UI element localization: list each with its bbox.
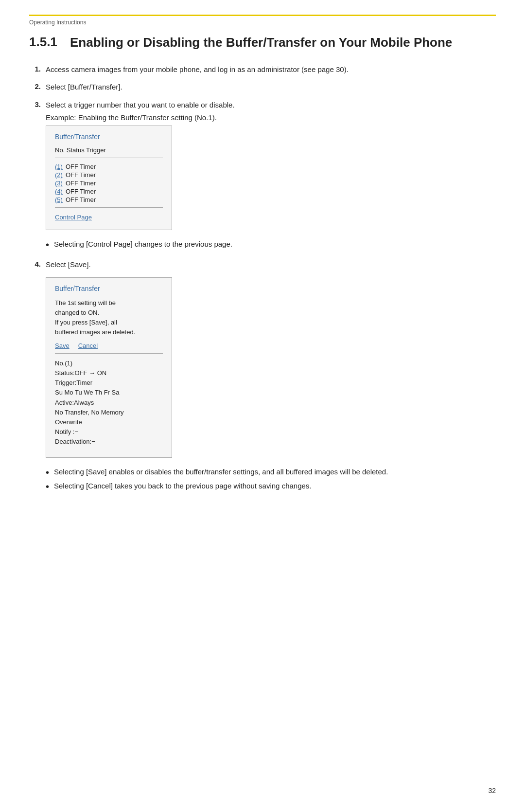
ui-box1-title[interactable]: Buffer/Transfer bbox=[55, 133, 163, 141]
top-rule bbox=[29, 15, 496, 16]
step-4-text: Select [Save]. bbox=[46, 259, 496, 271]
ui-box1-text-1: OFF Timer bbox=[66, 163, 96, 170]
ui-box1-text-2: OFF Timer bbox=[66, 171, 96, 179]
bullet-final-text-2: Selecting [Cancel] takes you back to the… bbox=[54, 481, 312, 492]
cancel-link[interactable]: Cancel bbox=[78, 342, 98, 349]
ui-box1-text-4: OFF Timer bbox=[66, 188, 96, 195]
bullet-final-2: • Selecting [Cancel] takes you back to t… bbox=[46, 481, 496, 492]
ui-box1-row-1: (1) OFF Timer bbox=[55, 163, 163, 170]
ui-box1-link-3[interactable]: (3) bbox=[55, 180, 63, 187]
ui-box1-link-4[interactable]: (4) bbox=[55, 188, 63, 195]
ui-box2-actions: Save Cancel bbox=[55, 342, 163, 349]
ui-box1-link-1[interactable]: (1) bbox=[55, 163, 63, 170]
step-1-number: 1. bbox=[29, 64, 41, 73]
step-4-content: Select [Save]. Buffer/Transfer The 1st s… bbox=[46, 259, 496, 496]
ui-box1-divider2 bbox=[55, 207, 163, 208]
step-3: 3. Select a trigger number that you want… bbox=[29, 100, 496, 255]
ui-box2-divider bbox=[55, 353, 163, 354]
ui-box1-header: No. Status Trigger bbox=[55, 146, 163, 154]
step-4: 4. Select [Save]. Buffer/Transfer The 1s… bbox=[29, 259, 496, 496]
step-2-content: Select [Buffer/Transfer]. bbox=[46, 82, 496, 95]
bullet-final-1: • Selecting [Save] enables or disables t… bbox=[46, 467, 496, 478]
ui-box2-info: No.(1) Status:OFF → ON Trigger:Timer Su … bbox=[55, 359, 163, 447]
bullet-list-final: • Selecting [Save] enables or disables t… bbox=[46, 467, 496, 491]
step-1: 1. Access camera images from your mobile… bbox=[29, 64, 496, 77]
breadcrumb: Operating Instructions bbox=[29, 19, 496, 26]
bullet-dot-f1: • bbox=[46, 468, 49, 477]
page-wrapper: Operating Instructions 1.5.1 Enabling or… bbox=[0, 0, 525, 812]
step-1-text: Access camera images from your mobile ph… bbox=[46, 64, 496, 75]
buffer-transfer-box-2: Buffer/Transfer The 1st setting will be … bbox=[46, 277, 172, 458]
ui-box1-link-5[interactable]: (5) bbox=[55, 196, 63, 203]
ui-box2-title[interactable]: Buffer/Transfer bbox=[55, 285, 163, 292]
step-2-number: 2. bbox=[29, 82, 41, 90]
ui-box1-row-5: (5) OFF Timer bbox=[55, 196, 163, 203]
step-2-text: Select [Buffer/Transfer]. bbox=[46, 82, 496, 93]
ui-box1-text-3: OFF Timer bbox=[66, 180, 96, 187]
ui-box2-message: The 1st setting will be changed to ON. I… bbox=[55, 298, 163, 338]
control-page-link[interactable]: Control Page bbox=[55, 214, 92, 221]
step-4-number: 4. bbox=[29, 259, 41, 268]
ui-box1-divider bbox=[55, 158, 163, 158]
bullet-list-1: • Selecting [Control Page] changes to th… bbox=[46, 239, 496, 250]
ui-box1-text-5: OFF Timer bbox=[66, 196, 96, 203]
step-3-example: Example: Enabling the Buffer/Transfer se… bbox=[46, 112, 496, 124]
bullet-final-text-1: Selecting [Save] enables or disables the… bbox=[54, 467, 388, 478]
bullet-dot-f2: • bbox=[46, 482, 49, 491]
buffer-transfer-box-1: Buffer/Transfer No. Status Trigger (1) O… bbox=[46, 126, 172, 230]
bullet-dot-1: • bbox=[46, 240, 49, 250]
steps-list: 1. Access camera images from your mobile… bbox=[29, 64, 496, 497]
section-title: Enabling or Disabling the Buffer/Transfe… bbox=[70, 35, 452, 51]
page-number: 32 bbox=[488, 787, 496, 794]
bullet-text-1: Selecting [Control Page] changes to the … bbox=[54, 239, 232, 250]
ui-box1-link-2[interactable]: (2) bbox=[55, 171, 63, 179]
step-1-content: Access camera images from your mobile ph… bbox=[46, 64, 496, 77]
bullet-item-1: • Selecting [Control Page] changes to th… bbox=[46, 239, 496, 250]
ui-box1-row-3: (3) OFF Timer bbox=[55, 180, 163, 187]
step-2: 2. Select [Buffer/Transfer]. bbox=[29, 82, 496, 95]
ui-box1-row-4: (4) OFF Timer bbox=[55, 188, 163, 195]
ui-box1-row-2: (2) OFF Timer bbox=[55, 171, 163, 179]
step-3-number: 3. bbox=[29, 100, 41, 108]
section-number: 1.5.1 bbox=[29, 35, 58, 50]
step-3-text: Select a trigger number that you want to… bbox=[46, 100, 496, 111]
section-heading: 1.5.1 Enabling or Disabling the Buffer/T… bbox=[29, 35, 496, 51]
save-link[interactable]: Save bbox=[55, 342, 70, 349]
step-3-content: Select a trigger number that you want to… bbox=[46, 100, 496, 255]
